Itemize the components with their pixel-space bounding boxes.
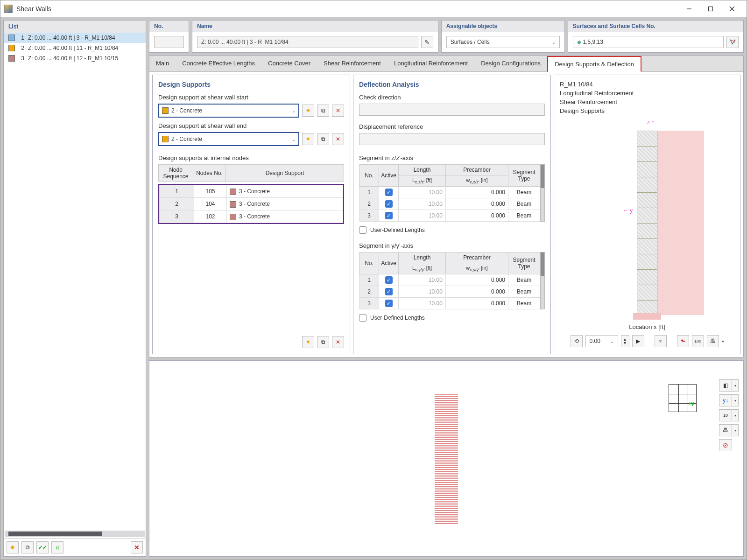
segment-y-label: Segment in y/y'-axis (359, 242, 545, 249)
settings-button[interactable]: ⎌ (51, 541, 63, 553)
tab-longitudinal-reinforcement[interactable]: Longitudinal Reinforcement (388, 56, 474, 71)
surfaces-field[interactable]: ◆1,5,9,13 (573, 36, 724, 48)
table-row[interactable]: 1✓10.000.000Beam (359, 274, 540, 286)
preview-info-line: Shear Reinforcement (560, 98, 734, 105)
assignable-select[interactable]: Surfaces / Cells⌄ (446, 36, 560, 48)
user-defined-z-checkbox[interactable] (359, 226, 366, 234)
library-end-button[interactable]: ⧉ (317, 133, 329, 145)
copy-item-button[interactable]: ⧉ (21, 541, 34, 553)
view-reset-button[interactable]: ⊘ (719, 439, 732, 451)
int-add-button[interactable]: ✷ (302, 336, 314, 348)
table-row[interactable]: 3✓10.000.000Beam (359, 210, 540, 222)
filter-button[interactable]: ▼ (655, 335, 667, 347)
view-iso-button[interactable]: ◧ (719, 379, 732, 392)
view-y-button[interactable]: y↓ (719, 394, 732, 406)
int-lib-button[interactable]: ⧉ (317, 336, 329, 348)
model-wall-mesh (435, 393, 458, 524)
name-field: Z: 0.00 ... 40.00 ft | 3 - R_M1 10/84 (197, 36, 418, 48)
z-scrollbar[interactable] (540, 164, 545, 222)
list-item[interactable]: 2Z: 0.00 ... 40.00 ft | 11 - R_M1 10/84 (4, 43, 146, 53)
minimize-button[interactable] (678, 1, 700, 16)
segment-z-label: Segment in z/z'-axis (359, 154, 545, 161)
table-row[interactable]: 3✓10.000.000Beam (359, 298, 540, 309)
tab-main[interactable]: Main (149, 56, 176, 71)
view-iso-dropdown[interactable]: ▾ (732, 379, 739, 392)
wall-diagram: z ↑ ← y (560, 119, 734, 320)
displacement-ref-field (359, 133, 545, 145)
deflection-title: Deflection Analysis (359, 81, 545, 88)
pick-surfaces-button[interactable] (726, 36, 739, 48)
table-row[interactable]: 2✓10.000.000Beam (359, 286, 540, 298)
check-direction-field (359, 104, 545, 116)
preview-panel: R_M1 10/84Longitudinal ReinforcementShea… (554, 75, 740, 354)
table-row[interactable]: 31023 - Concrete (160, 210, 343, 223)
design-supports-panel: Design Supports Design support at shear … (152, 75, 350, 354)
start-support-label: Design support at shear wall start (158, 94, 344, 101)
tab-concrete-effective-lengths[interactable]: Concrete Effective Lengths (176, 56, 261, 71)
play-button[interactable]: ▶ (632, 335, 644, 347)
user-defined-z-label: User-Defined Lengths (370, 227, 425, 233)
view-print-button[interactable]: 🖶 (719, 424, 732, 436)
add-support-button[interactable]: ✷ (302, 105, 314, 117)
list-hscroll[interactable] (5, 531, 145, 537)
check-button[interactable]: ✓✓ (36, 541, 49, 553)
edit-name-button[interactable]: ✎ (421, 36, 433, 48)
tab-design-configurations[interactable]: Design Configurations (474, 56, 547, 71)
table-row[interactable]: 11053 - Concrete (160, 185, 343, 198)
preview-info-line: R_M1 10/84 (560, 81, 734, 88)
close-button[interactable] (721, 1, 743, 16)
model-viewport[interactable]: +y ◧▾ y↓▾ 10▾ 🖶▾ ⊘ (149, 360, 744, 557)
step-buttons[interactable]: ▴▾ (621, 335, 629, 347)
view-print-dropdown[interactable]: ▾ (732, 424, 739, 436)
titlebar: Shear Walls (0, 0, 747, 17)
add-support-end-button[interactable]: ✷ (302, 133, 314, 145)
preview-info-line: Design Supports (560, 107, 734, 114)
table-row[interactable]: 21043 - Concrete (160, 198, 343, 210)
segment-z-table[interactable]: No. Active LengthPrecamber Segment Type … (359, 164, 540, 222)
segment-y-table[interactable]: No. Active LengthPrecamber Segment Type … (359, 252, 540, 309)
displacement-ref-label: Displacement reference (359, 123, 545, 130)
no-field (154, 36, 184, 48)
y-scrollbar[interactable] (540, 252, 545, 309)
start-support-select[interactable]: 2 - Concrete ⌄ (158, 104, 299, 118)
new-item-button[interactable]: ✷ (7, 541, 19, 553)
view-y-dropdown[interactable]: ▾ (732, 394, 739, 406)
user-defined-y-label: User-Defined Lengths (370, 315, 425, 321)
internal-supports-table[interactable]: Node Sequence Nodes No. Design Support (158, 164, 344, 182)
end-support-select[interactable]: 2 - Concrete ⌄ (158, 132, 299, 146)
preview-info-line: Longitudinal Reinforcement (560, 90, 734, 97)
int-del-button[interactable]: ✕ (332, 336, 344, 348)
tab-design-supports-deflection[interactable]: Design Supports & Deflection (547, 56, 641, 72)
sync-view-button[interactable]: ⟲ (571, 335, 583, 347)
tab-concrete-cover[interactable]: Concrete Cover (261, 56, 317, 71)
remove-support-button[interactable]: ✕ (332, 105, 344, 117)
remove-support-end-button[interactable]: ✕ (332, 133, 344, 145)
name-label: Name (192, 21, 438, 32)
info-button[interactable]: ⬑ (677, 335, 689, 347)
view-scale-button[interactable]: 10 (719, 409, 732, 421)
end-support-label: Design support at shear wall end (158, 122, 344, 129)
axis-z-label: z ↑ (647, 119, 654, 126)
table-row[interactable]: 2✓10.000.000Beam (359, 198, 540, 210)
tab-shear-reinforcement[interactable]: Shear Reinforcement (317, 56, 388, 71)
maximize-button[interactable] (700, 1, 721, 16)
svg-rect-1 (709, 7, 713, 11)
design-supports-title: Design Supports (158, 81, 344, 88)
library-button[interactable]: ⧉ (317, 105, 329, 117)
app-icon (4, 5, 13, 13)
user-defined-y-checkbox[interactable] (359, 314, 366, 322)
print-button[interactable]: 🖶 (707, 335, 719, 347)
surfaces-label: Surfaces and Surface Cells No. (568, 21, 743, 32)
window-title: Shear Walls (16, 5, 678, 13)
view-scale-dropdown[interactable]: ▾ (732, 409, 739, 421)
check-direction-label: Check direction (359, 94, 545, 101)
dimensions-button[interactable]: 100 (692, 335, 704, 347)
list-item[interactable]: 3Z: 0.00 ... 40.00 ft | 12 - R_M1 10/15 (4, 53, 146, 63)
deflection-panel: Deflection Analysis Check direction Disp… (353, 75, 551, 354)
list-item[interactable]: 1Z: 0.00 ... 40.00 ft | 3 - R_M1 10/84 (4, 33, 146, 43)
location-select[interactable]: 0.00⌄ (585, 335, 618, 347)
table-row[interactable]: 1✓10.000.000Beam (359, 187, 540, 198)
delete-item-button[interactable]: ✕ (131, 541, 143, 553)
axis-y-label: ← y (623, 207, 633, 214)
view-cube[interactable]: +y (669, 384, 697, 412)
